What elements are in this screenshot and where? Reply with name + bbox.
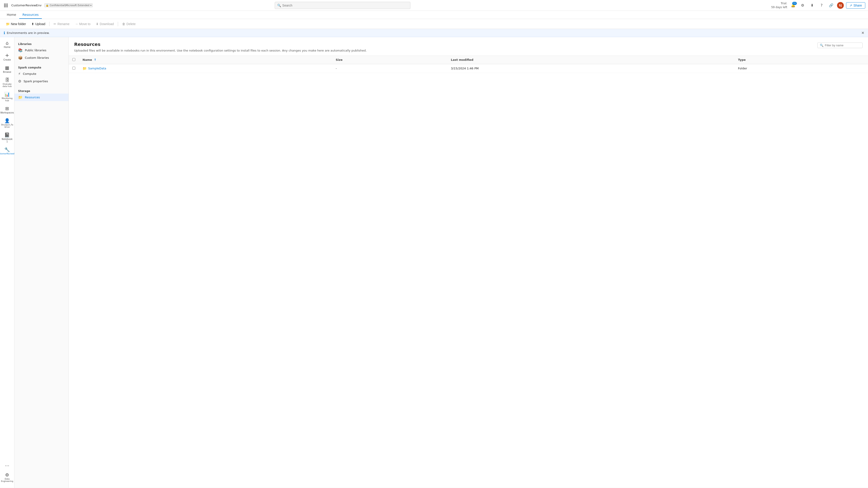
rename-button[interactable]: ✏ Rename — [51, 21, 72, 27]
folder-name: SampleData — [88, 67, 106, 70]
preview-banner: ℹ Environments are in preview. ✕ — [0, 29, 868, 37]
nav-item-public-libraries[interactable]: 📚 Public libraries — [14, 46, 68, 54]
svg-rect-2 — [7, 4, 8, 4]
avatar[interactable]: SJ — [837, 2, 844, 9]
storage-section-title: Storage — [14, 88, 68, 94]
sidebar-item-customerreviewenv[interactable]: 🔧 CustomerReviewEnv — [1, 145, 13, 157]
type-value: Folder — [738, 67, 747, 70]
share-network-icon: 🔗 — [829, 3, 833, 7]
type-header-label: Type — [738, 58, 746, 62]
last-modified-value: 3/15/2024 1:46 PM — [451, 67, 479, 70]
sidebar-item-onelake[interactable]: 🗄 OneLake data hub — [1, 76, 13, 89]
sidebar-item-data-engineering[interactable]: ⚙ Data Engineering — [1, 471, 13, 484]
info-icon: ℹ — [4, 31, 5, 35]
sidebar-item-home[interactable]: ⌂ Home — [1, 39, 13, 50]
rename-label: Rename — [57, 22, 69, 26]
sidebar-item-more[interactable]: ··· — [1, 462, 13, 470]
sidebar-item-monitoring[interactable]: 📊 Monitoring hub — [1, 90, 13, 103]
table-container: Name ↑ Size Last modified Type — [69, 56, 868, 488]
badge-label: Confidential\Microsoft Extended — [50, 4, 90, 7]
svg-rect-0 — [4, 4, 5, 4]
move-icon: → — [75, 22, 78, 26]
sidebar-item-workspaces[interactable]: ⊞ Workspaces — [1, 104, 13, 116]
share-icon: ↗ — [849, 4, 852, 7]
resources-nav-label: Resources — [25, 96, 40, 99]
search-bar[interactable]: 🔍 — [275, 2, 410, 9]
svg-rect-7 — [5, 6, 6, 7]
delete-label: Delete — [126, 22, 135, 26]
nav-item-spark-properties[interactable]: ⚙ Spark properties — [14, 77, 68, 85]
compute-label: Compute — [23, 72, 36, 75]
tab-resources[interactable]: Resources — [19, 11, 42, 19]
settings-button[interactable]: ⚙ — [799, 2, 806, 9]
trial-line2: 59 days left — [771, 5, 787, 9]
workspaces-icon: ⊞ — [5, 106, 9, 111]
badge-shield-icon: 🔒 — [46, 4, 49, 7]
select-all-checkbox[interactable] — [72, 58, 75, 61]
filter-search-icon: 🔍 — [820, 44, 824, 47]
new-folder-button[interactable]: 📁 New folder — [4, 21, 28, 27]
sidebar-env-label: CustomerReviewEnv — [0, 153, 14, 155]
nav-item-resources[interactable]: 📁 Resources — [14, 94, 68, 101]
sidebar-item-shuaijun[interactable]: 👤 Shuaijun_Fa bCon — [1, 117, 13, 130]
row-checkbox-cell[interactable] — [69, 64, 79, 73]
name-header-label: Name — [83, 58, 92, 62]
size-header-label: Size — [336, 58, 343, 62]
filter-input[interactable] — [825, 44, 857, 47]
row-checkbox[interactable] — [72, 67, 75, 70]
help-button[interactable]: ? — [818, 2, 825, 9]
nav-panel: Libraries 📚 Public libraries 📦 Custom li… — [14, 37, 69, 488]
last-modified-cell: 3/15/2024 1:46 PM — [447, 64, 734, 73]
nav-item-custom-libraries[interactable]: 📦 Custom libraries — [14, 54, 68, 62]
name-cell: 📁 SampleData — [79, 64, 332, 73]
more-icon: ··· — [5, 464, 9, 468]
sort-indicator: ↑ — [94, 58, 97, 62]
tab-home[interactable]: Home — [4, 11, 19, 19]
svg-rect-8 — [7, 6, 8, 7]
move-to-button[interactable]: → Move to — [72, 21, 93, 27]
nav-item-compute[interactable]: ⚡ Compute — [14, 70, 68, 77]
breadcrumb: CustomerReviewEnv 🔒 Confidential\Microso… — [11, 3, 93, 7]
top-nav: CustomerReviewEnv 🔒 Confidential\Microso… — [0, 0, 868, 11]
sidebar-item-notebook1[interactable]: 📓 Notebook 1 — [1, 131, 13, 145]
name-column-header[interactable]: Name ↑ — [79, 56, 332, 64]
env-name[interactable]: CustomerReviewEnv — [11, 4, 41, 7]
search-icon: 🔍 — [277, 4, 281, 7]
sidebar-create-label: Create — [3, 59, 11, 61]
select-all-header[interactable] — [69, 56, 79, 64]
browse-icon: ▦ — [5, 66, 9, 70]
compute-icon: ⚡ — [18, 72, 21, 76]
libraries-section-title: Libraries — [14, 41, 68, 46]
delete-button[interactable]: 🗑 Delete — [120, 21, 138, 27]
banner-close-button[interactable]: ✕ — [862, 31, 864, 35]
share-network-button[interactable]: 🔗 — [828, 2, 835, 9]
resources-icon: 📁 — [18, 95, 23, 99]
download-toolbar-icon: ⬇ — [96, 22, 99, 26]
breadcrumb-badge[interactable]: 🔒 Confidential\Microsoft Extended ▾ — [44, 3, 93, 7]
table-body: 📁 SampleData - 3/15/2024 1:46 PM Folder — [69, 64, 868, 73]
file-table: Name ↑ Size Last modified Type — [69, 56, 868, 73]
table-header: Name ↑ Size Last modified Type — [69, 56, 868, 64]
share-button[interactable]: ↗ Share — [846, 2, 865, 9]
download-button[interactable]: ⬇ — [809, 2, 816, 9]
download-toolbar-button[interactable]: ⬇ Download — [94, 21, 116, 27]
spark-properties-label: Spark properties — [24, 79, 48, 83]
folder-link[interactable]: 📁 SampleData — [83, 66, 329, 70]
filter-search-container[interactable]: 🔍 — [817, 42, 863, 48]
download-label: Download — [100, 22, 114, 26]
waffle-icon[interactable] — [3, 2, 9, 9]
env-icon: 🔧 — [4, 148, 10, 152]
content-area: Resources Uploaded files will be availab… — [69, 37, 868, 488]
sidebar-onelake-label: OneLake data hub — [2, 83, 13, 88]
sidebar-item-create[interactable]: + Create — [1, 51, 13, 63]
create-icon: + — [5, 53, 9, 58]
public-libraries-icon: 📚 — [18, 48, 23, 53]
share-label: Share — [854, 4, 862, 7]
upload-button[interactable]: ⬆ Upload — [29, 21, 48, 27]
svg-rect-5 — [7, 5, 8, 6]
search-input[interactable] — [282, 4, 408, 7]
sidebar-item-browse[interactable]: ▦ Browse — [1, 64, 13, 75]
folder-icon: 📁 — [83, 66, 87, 70]
trial-line1: Trial: — [771, 2, 787, 5]
notification-button[interactable]: 🔔 55 — [789, 2, 797, 9]
